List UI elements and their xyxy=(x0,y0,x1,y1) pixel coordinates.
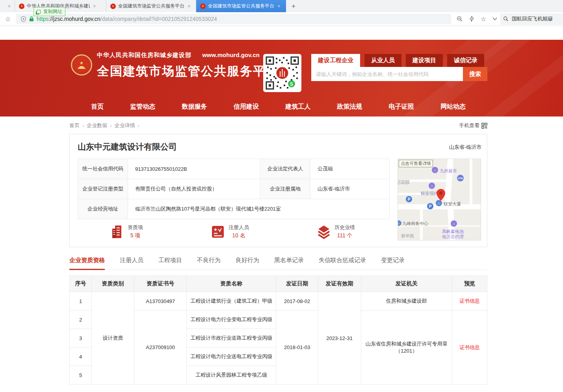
credit-code-value: 91371302675501022B xyxy=(128,159,260,179)
tab-projects[interactable]: 工程项目 xyxy=(158,257,182,270)
address-value: 临沂市兰山区陶然路107号星河晶都（联安）现代城1号楼2201室 xyxy=(128,199,390,219)
svg-text:★: ★ xyxy=(214,227,217,232)
lock-icon xyxy=(29,16,34,22)
atm-icon: ATM xyxy=(457,175,464,181)
platform-title: 全国建筑市场监管公共服务平台 xyxy=(97,63,279,80)
parking-icon: P xyxy=(406,196,412,202)
nav-item-workers[interactable]: 建筑工人 xyxy=(285,103,310,111)
nav-item-policy[interactable]: 政策法规 xyxy=(337,103,362,111)
url-scheme: https xyxy=(37,16,48,22)
search-input[interactable] xyxy=(311,67,463,81)
browser-tab-partial[interactable]: 界 × xyxy=(0,0,15,12)
tab-bad-behavior[interactable]: 不良行为 xyxy=(197,257,221,270)
table-header-row: 序号 资质类别 资质证书号 资质名称 发证日期 发证有效期 发证机关 预览 xyxy=(70,276,487,292)
shield-icon[interactable] xyxy=(20,16,26,22)
row-no: 5 xyxy=(70,366,92,385)
news-search-box[interactable]: 国航回应飞机颠簸 xyxy=(500,13,563,25)
bookmark-star-icon[interactable]: ☆ xyxy=(0,15,16,23)
tab-qualifications[interactable]: 企业资质资格 xyxy=(69,257,105,270)
legal-rep-value: 公茂福 xyxy=(310,159,390,179)
url-field[interactable]: https://jzsc.mohurd.gov.cn/data/company/… xyxy=(16,14,451,24)
map-marker-icon xyxy=(437,189,445,201)
authority-line-2: （1201） xyxy=(361,348,452,355)
tab-change-record[interactable]: 变更记录 xyxy=(381,257,405,270)
nav-item-home[interactable]: 首页 xyxy=(91,103,104,111)
col-issue-date: 发证日期 xyxy=(276,276,318,292)
nav-item-supervision[interactable]: 监管动态 xyxy=(130,103,155,111)
tab-dishonesty[interactable]: 失信联合惩戒记录 xyxy=(319,257,366,270)
shop-pin-icon: ⌂ xyxy=(429,183,435,189)
company-region: 山东省-临沂市 xyxy=(449,144,481,151)
copy-icon xyxy=(37,10,41,14)
search-tab-enterprise[interactable]: 建设工程企业 xyxy=(311,54,360,67)
chevron-right-icon: › xyxy=(82,123,84,129)
screen: 界 × ★ 中华人民共和国住房和城乡建设 × ★ 全国建筑市场监管公共服务平台 … xyxy=(0,0,563,392)
col-preview: 预览 xyxy=(452,276,487,292)
nav-item-licenses[interactable]: 电子证照 xyxy=(389,103,414,111)
supermarket-pin-icon: ⌂ xyxy=(432,167,438,173)
chevron-right-icon: › xyxy=(138,123,139,129)
stat-qualifications: 资质项 5 项 xyxy=(111,224,143,239)
national-emblem-icon: ★ xyxy=(71,54,92,76)
reg-region-value: 山东省-临沂市 xyxy=(310,179,390,199)
building-icon xyxy=(111,225,124,239)
map-label-business-center: 九峰商务中心 xyxy=(402,221,428,227)
table-row: 统一社会信用代码 91371302675501022B 企业法定代表人 公茂福 xyxy=(78,159,390,179)
map-label-garden: 记花园 xyxy=(398,179,409,185)
tab-registered-personnel[interactable]: 注册人员 xyxy=(120,257,143,270)
new-tab-button[interactable]: + xyxy=(286,0,301,12)
tab-blacklist[interactable]: 黑名单记录 xyxy=(274,257,304,270)
favorite-star-icon[interactable]: ☆ xyxy=(481,15,486,23)
browser-tab-jzsc-active[interactable]: ★ 全国建筑市场监管公共服务平台 × xyxy=(196,0,286,12)
certificate-info-link[interactable]: 证书信息 xyxy=(459,344,480,350)
close-icon[interactable]: × xyxy=(7,3,11,9)
qual-name: 工程设计建筑行业（建筑工程）甲级 xyxy=(187,292,276,311)
map-road xyxy=(444,159,453,208)
search-category-tabs: 建设工程企业 从业人员 建设项目 诚信记录 xyxy=(311,54,487,67)
tab-good-behavior[interactable]: 良好行为 xyxy=(236,257,259,270)
browser-tabstrip: 界 × ★ 中华人民共和国住房和城乡建设 × ★ 全国建筑市场监管公共服务平台 … xyxy=(0,0,563,12)
emblem-favicon-icon: ★ xyxy=(19,4,24,9)
location-map[interactable]: 点击可查看详情 ⌂ 九州超市 ATM 记花园 ⌂ 联安现代城 ⌂ 联安大厦 P … xyxy=(398,159,481,240)
close-icon[interactable]: × xyxy=(277,3,281,9)
site-header: ★ 中华人民共和国住房和城乡建设部 www.mohurd.gov.cn 全国建筑… xyxy=(0,40,563,116)
breadcrumb-company-data[interactable]: 企业数据 xyxy=(87,122,107,129)
nav-item-creditbuild[interactable]: 信用建设 xyxy=(234,103,259,111)
col-cert-no: 资质证书号 xyxy=(134,276,187,292)
company-stats: 资质项 5 项 ★ 注册人员 10 名 xyxy=(78,224,388,239)
mobile-view-link[interactable]: 手机查看 xyxy=(459,122,487,129)
tooltip-label: 复制网址 xyxy=(43,8,62,15)
nav-item-data[interactable]: 数据服务 xyxy=(182,103,207,111)
lightning-icon[interactable] xyxy=(469,16,474,22)
search-tab-project[interactable]: 建设项目 xyxy=(406,54,443,67)
emblem-favicon-icon: ★ xyxy=(200,4,206,9)
close-icon[interactable]: × xyxy=(93,3,96,9)
qualification-table: 序号 资质类别 资质证书号 资质名称 发证日期 发证有效期 发证机关 预览 1 … xyxy=(69,276,487,385)
url-text: https://jzsc.mohurd.gov.cn/data/company/… xyxy=(37,16,217,22)
breadcrumb-company-detail[interactable]: 企业详情 xyxy=(115,122,135,129)
browser-tab-jzsc-1[interactable]: ★ 全国建筑市场监管公共服务平台 × xyxy=(106,0,196,12)
qr-pattern-icon: S xyxy=(266,56,299,90)
battery-pin-icon: ⌂ xyxy=(451,220,457,227)
breadcrumb-home[interactable]: 首页 xyxy=(69,122,80,129)
browser-urlbar: ☆ https://jzsc.mohurd.gov.cn/data/compan… xyxy=(0,12,563,26)
certificate-info-link[interactable]: 证书信息 xyxy=(459,298,480,304)
stat-value: 10 名 xyxy=(229,232,249,239)
map-road xyxy=(410,179,447,182)
close-icon[interactable]: × xyxy=(188,3,191,9)
search-tab-credit[interactable]: 诚信记录 xyxy=(447,54,484,67)
chevron-right-icon: › xyxy=(110,123,111,129)
nav-item-news[interactable]: 网站动态 xyxy=(440,103,466,111)
breadcrumb: 首页 › 企业数据 › 企业详情 › 手机查看 xyxy=(69,122,487,129)
url-host: ://jzsc.mohurd.gov.cn xyxy=(48,16,100,22)
zoom-out-icon[interactable] xyxy=(457,16,463,22)
validity-date: 2023-12-31 xyxy=(318,292,361,385)
col-category: 资质类别 xyxy=(92,276,134,292)
company-card: 山东中元建筑设计有限公司 山东省-临沂市 统一社会信用代码 9137130267… xyxy=(69,134,487,247)
chevron-down-icon[interactable] xyxy=(492,17,497,20)
search-button[interactable]: 搜索 xyxy=(463,67,487,81)
stat-registered-personnel: ★ 注册人员 10 名 xyxy=(211,224,249,239)
copy-url-tooltip: 复制网址 xyxy=(33,7,65,16)
row-no: 3 xyxy=(70,329,92,348)
search-tab-personnel[interactable]: 从业人员 xyxy=(364,54,401,67)
